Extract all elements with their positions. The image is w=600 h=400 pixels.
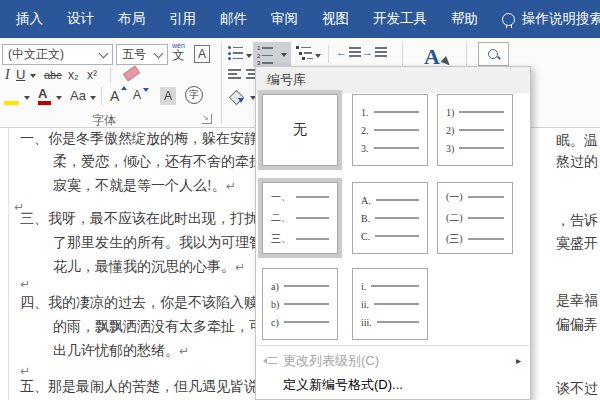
ribbon-tab-布局[interactable]: 布局	[118, 10, 145, 28]
font-color-letter: A	[38, 87, 47, 100]
numbering-tile-i[interactable]: i.ii.iii.	[352, 268, 428, 340]
multilevel-list-button[interactable]	[296, 46, 313, 60]
bullets-button[interactable]	[228, 46, 243, 60]
document-text-fragment: 熬过的	[556, 152, 598, 171]
indent-lines-icon	[349, 47, 361, 57]
search-icon	[488, 49, 499, 60]
chevron-down-icon	[154, 48, 164, 58]
list-level-icon	[257, 356, 283, 366]
menu-define-new-number-format[interactable]: 定义新编号格式(D)...	[257, 373, 529, 396]
numbering-tile-一[interactable]: (一)(二)(三)	[437, 182, 513, 254]
sample-text-line	[468, 217, 504, 219]
tile-number: (二)	[446, 211, 463, 225]
font-name-value: (中文正文)	[8, 46, 64, 63]
word-window: 插入设计布局引用邮件审阅视图开发工具帮助 操作说明搜索 (中文正文) 五号 wé…	[0, 0, 600, 400]
font-color-button[interactable]: A	[38, 87, 47, 100]
document-text-line: 的雨，飘飘洒洒没有太多牵扯，可	[53, 317, 263, 336]
sample-text-line	[296, 217, 329, 219]
italic-button[interactable]: I	[5, 68, 10, 82]
sample-text-line	[374, 129, 420, 131]
bullets-dropdown-arrow[interactable]	[246, 54, 252, 58]
sample-text-line	[374, 111, 420, 113]
numbering-tile-1[interactable]: 1)2)3)	[437, 94, 513, 166]
numbering-button-pressed[interactable]: 1 2 3	[253, 42, 291, 67]
numbering-tile-A[interactable]: A.B.C.	[352, 182, 428, 254]
change-case-dropdown-arrow[interactable]	[90, 96, 96, 100]
ribbon-tab-邮件[interactable]: 邮件	[220, 10, 247, 28]
menu-change-list-level: 更改列表级别(C)▸	[257, 349, 529, 372]
enclose-characters-button[interactable]: 字	[185, 86, 203, 104]
highlight-dropdown-arrow[interactable]	[24, 96, 30, 100]
tile-number: 1)	[446, 107, 454, 118]
sample-text-line	[296, 196, 329, 198]
font-color-bar	[38, 101, 51, 105]
numbering-tile-a[interactable]: a)b)c)	[262, 268, 338, 340]
divider	[101, 87, 102, 105]
numbering-tile-1[interactable]: 1.2.3.	[352, 94, 428, 166]
font-group-label: 字体	[92, 112, 116, 129]
font-name-combo[interactable]: (中文正文)	[2, 44, 113, 65]
enclose-char-glyph: 字	[189, 90, 199, 100]
shrink-font-button[interactable]: A	[133, 89, 141, 101]
numbering-tile-none[interactable]: 无	[262, 94, 338, 166]
tell-me-search[interactable]: 操作说明搜索	[502, 10, 600, 28]
sample-text-line	[374, 303, 419, 305]
shading-bucket-button[interactable]	[228, 89, 244, 104]
grow-font-caret-icon	[121, 86, 127, 90]
font-size-combo[interactable]: 五号	[116, 44, 168, 65]
ribbon-tab-帮助[interactable]: 帮助	[451, 10, 478, 28]
tile-number: C.	[361, 231, 370, 242]
font-color-dropdown-arrow[interactable]	[56, 96, 62, 100]
ribbon-tab-引用[interactable]: 引用	[169, 10, 196, 28]
menu-divider	[257, 345, 529, 346]
superscript-button[interactable]: x²	[87, 69, 97, 81]
font-dialog-launcher-icon[interactable]: ↘	[202, 114, 212, 124]
chevron-down-icon	[99, 48, 109, 58]
underline-button[interactable]: U	[16, 68, 25, 81]
ribbon-tab-视图[interactable]: 视图	[322, 10, 349, 28]
numbering-dropdown-arrow[interactable]	[281, 53, 287, 57]
ribbon-tab-设计[interactable]: 设计	[67, 10, 94, 28]
strikethrough-button[interactable]: abc	[44, 70, 62, 81]
decrease-indent-button[interactable]: ←	[336, 47, 361, 57]
sample-text-line	[468, 196, 504, 198]
multilevel-dropdown-arrow[interactable]	[315, 54, 321, 58]
numbering-tile-一[interactable]: 一、二、三、	[262, 182, 338, 254]
phonetic-guide-button[interactable]: wén 文	[172, 42, 185, 61]
divider	[328, 45, 329, 63]
tile-number: b)	[271, 299, 279, 310]
ribbon-tab-审阅[interactable]: 审阅	[271, 10, 298, 28]
left-arrow-icon: ←	[336, 47, 347, 57]
document-text-line: 一、你是冬季傲然绽放的梅，躲在安静	[20, 129, 258, 148]
tile-number: a)	[271, 281, 279, 292]
character-shading-button[interactable]: A	[160, 87, 176, 105]
tile-number: B.	[361, 213, 370, 224]
grow-font-button[interactable]: A	[110, 89, 119, 103]
document-text-line: 寂寞，不就是等一个人么!。↵	[53, 176, 236, 196]
tile-number: 2)	[446, 125, 454, 136]
sample-text-line	[296, 238, 329, 240]
ribbon-tab-bar: 插入设计布局引用邮件审阅视图开发工具帮助 操作说明搜索	[0, 0, 600, 38]
align-left-button[interactable]	[228, 69, 241, 79]
ribbon-tab-开发工具[interactable]: 开发工具	[373, 10, 427, 28]
sample-text-line	[377, 321, 419, 323]
document-text-fragment: 是幸福	[556, 291, 598, 310]
tell-me-label: 操作说明搜索	[522, 10, 600, 28]
tile-number: A.	[361, 195, 371, 206]
tile-number: c)	[271, 317, 279, 328]
clear-formatting-icon[interactable]	[123, 66, 140, 82]
sample-text-line	[375, 217, 419, 219]
increase-indent-button[interactable]: →	[362, 47, 387, 57]
character-border-button[interactable]: A	[194, 45, 210, 63]
document-text-line: 柔，爱恋，倾心，还有不舍的牵挂	[53, 152, 263, 171]
ribbon-tab-插入[interactable]: 插入	[16, 10, 43, 28]
find-button[interactable]	[478, 42, 509, 66]
subscript-button[interactable]: x₂	[68, 69, 79, 81]
lightbulb-icon	[502, 13, 515, 26]
change-case-button[interactable]: Aa	[70, 89, 86, 102]
highlight-color-button[interactable]	[4, 88, 18, 100]
document-text-fragment: 谈不过	[556, 379, 598, 398]
document-text-line: 出几许忧郁的愁绪。↵	[53, 341, 189, 361]
underline-dropdown-arrow[interactable]	[30, 74, 36, 78]
sample-text-line	[284, 285, 329, 287]
